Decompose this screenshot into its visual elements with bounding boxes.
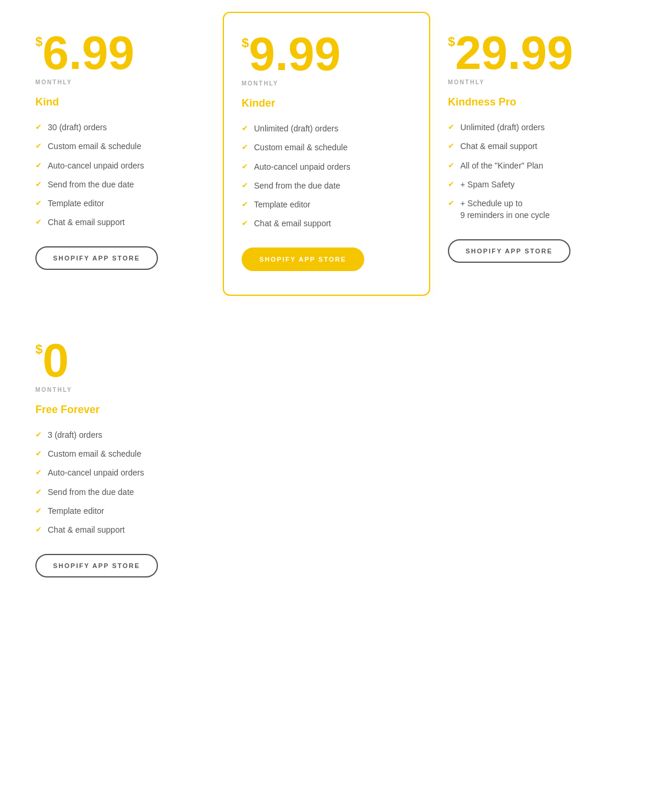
price-area-kind: $ 6.99 — [35, 29, 205, 77]
check-icon: ✔ — [448, 198, 454, 209]
shopify-button-kinder[interactable]: SHOPIFY APP STORE — [242, 247, 364, 271]
check-icon: ✔ — [35, 198, 42, 209]
list-item: ✔ 3 (draft) orders — [35, 429, 218, 441]
features-list-free: ✔ 3 (draft) orders ✔ Custom email & sche… — [35, 429, 218, 536]
price-number-pro: 29.99 — [455, 29, 573, 77]
check-icon: ✔ — [242, 199, 248, 210]
check-icon: ✔ — [35, 430, 42, 441]
price-dollar-kind: $ — [35, 35, 42, 48]
list-item: ✔ Custom email & schedule — [35, 448, 218, 460]
feature-text: Template editor — [48, 505, 104, 517]
period-kind: MONTHLY — [35, 79, 205, 85]
list-item: ✔ 30 (draft) orders — [35, 121, 205, 133]
check-icon: ✔ — [35, 506, 42, 517]
list-item: ✔ Chat & email support — [35, 216, 205, 228]
check-icon: ✔ — [35, 160, 42, 171]
check-icon: ✔ — [35, 448, 42, 460]
feature-text: Send from the due date — [48, 486, 134, 498]
check-icon: ✔ — [448, 122, 454, 133]
price-area-pro: $ 29.99 — [448, 29, 618, 77]
list-item: ✔ + Schedule up to 9 reminders in one cy… — [448, 197, 618, 222]
feature-text: Template editor — [254, 199, 311, 210]
check-icon: ✔ — [242, 142, 248, 153]
feature-text: Chat & email support — [254, 217, 331, 229]
check-icon: ✔ — [242, 180, 248, 192]
list-item: ✔ Chat & email support — [448, 140, 618, 152]
price-area-free: $ 0 — [35, 337, 218, 384]
plan-card-kinder: $ 9.99 MONTHLY Kinder ✔ Unlimited (draft… — [223, 12, 430, 296]
feature-text: Custom email & schedule — [254, 141, 348, 153]
list-item: ✔ Chat & email support — [35, 524, 218, 536]
features-list-kinder: ✔ Unlimited (draft) orders ✔ Custom emai… — [242, 123, 411, 230]
feature-text: Chat & email support — [48, 216, 125, 228]
feature-text: Auto-cancel unpaid orders — [48, 160, 144, 171]
price-number-kind: 6.99 — [42, 29, 134, 77]
plan-card-kind: $ 6.99 MONTHLY Kind ✔ 30 (draft) orders … — [18, 12, 223, 296]
plan-card-kindness-pro: $ 29.99 MONTHLY Kindness Pro ✔ Unlimited… — [430, 12, 635, 296]
list-item: ✔ Send from the due date — [242, 180, 411, 192]
bottom-row-plans: $ 0 MONTHLY Free Forever ✔ 3 (draft) ord… — [18, 319, 635, 601]
check-icon: ✔ — [35, 524, 42, 536]
feature-text: Chat & email support — [48, 524, 125, 536]
period-pro: MONTHLY — [448, 79, 618, 85]
feature-text: 3 (draft) orders — [48, 429, 103, 441]
plan-name-kind: Kind — [35, 96, 205, 108]
list-item: ✔ Custom email & schedule — [242, 141, 411, 153]
plan-name-kinder: Kinder — [242, 97, 411, 110]
price-number-free: 0 — [42, 337, 69, 384]
feature-text: Chat & email support — [460, 140, 537, 152]
feature-text: Auto-cancel unpaid orders — [48, 467, 144, 478]
list-item: ✔ Auto-cancel unpaid orders — [242, 161, 411, 173]
feature-text: All of the "Kinder" Plan — [460, 160, 543, 171]
list-item: ✔ Template editor — [242, 199, 411, 210]
check-icon: ✔ — [35, 217, 42, 228]
period-kinder: MONTHLY — [242, 80, 411, 87]
price-area-kinder: $ 9.99 — [242, 31, 411, 78]
check-icon: ✔ — [242, 161, 248, 173]
check-icon: ✔ — [448, 160, 454, 171]
list-item: ✔ Template editor — [35, 505, 218, 517]
check-icon: ✔ — [448, 179, 454, 190]
shopify-button-kind[interactable]: SHOPIFY APP STORE — [35, 246, 158, 270]
check-icon: ✔ — [35, 122, 42, 133]
features-list-pro: ✔ Unlimited (draft) orders ✔ Chat & emai… — [448, 121, 618, 222]
shopify-button-pro[interactable]: SHOPIFY APP STORE — [448, 239, 570, 263]
check-icon: ✔ — [35, 487, 42, 498]
feature-text: Template editor — [48, 197, 104, 209]
check-icon: ✔ — [35, 179, 42, 190]
list-item: ✔ All of the "Kinder" Plan — [448, 160, 618, 171]
list-item: ✔ Unlimited (draft) orders — [242, 123, 411, 134]
feature-text: Custom email & schedule — [48, 140, 141, 152]
list-item: ✔ Chat & email support — [242, 217, 411, 229]
page-wrapper: $ 6.99 MONTHLY Kind ✔ 30 (draft) orders … — [0, 0, 653, 812]
features-list-kind: ✔ 30 (draft) orders ✔ Custom email & sch… — [35, 121, 205, 229]
check-icon: ✔ — [35, 141, 42, 152]
check-icon: ✔ — [448, 141, 454, 152]
feature-text: Unlimited (draft) orders — [460, 121, 545, 133]
list-item: ✔ Template editor — [35, 197, 205, 209]
top-row-plans: $ 6.99 MONTHLY Kind ✔ 30 (draft) orders … — [18, 12, 635, 296]
check-icon: ✔ — [242, 218, 248, 229]
price-dollar-free: $ — [35, 343, 42, 356]
check-icon: ✔ — [242, 123, 248, 134]
list-item: ✔ Auto-cancel unpaid orders — [35, 160, 205, 171]
feature-text: Custom email & schedule — [48, 448, 141, 460]
check-icon: ✔ — [35, 467, 42, 478]
price-dollar-pro: $ — [448, 35, 455, 48]
price-number-kinder: 9.99 — [249, 31, 341, 78]
feature-text: Send from the due date — [254, 180, 340, 192]
list-item: ✔ Send from the due date — [35, 486, 218, 498]
feature-text: Unlimited (draft) orders — [254, 123, 338, 134]
list-item: ✔ Custom email & schedule — [35, 140, 205, 152]
shopify-button-free[interactable]: SHOPIFY APP STORE — [35, 554, 158, 577]
plan-card-free: $ 0 MONTHLY Free Forever ✔ 3 (draft) ord… — [18, 319, 236, 601]
period-free: MONTHLY — [35, 387, 218, 393]
feature-text: Send from the due date — [48, 179, 134, 190]
list-item: ✔ Unlimited (draft) orders — [448, 121, 618, 133]
list-item: ✔ Auto-cancel unpaid orders — [35, 467, 218, 478]
price-dollar-kinder: $ — [242, 37, 249, 49]
feature-text: + Spam Safety — [460, 179, 515, 190]
plan-name-free: Free Forever — [35, 404, 218, 416]
plan-name-pro: Kindness Pro — [448, 96, 618, 108]
feature-text: 30 (draft) orders — [48, 121, 107, 133]
